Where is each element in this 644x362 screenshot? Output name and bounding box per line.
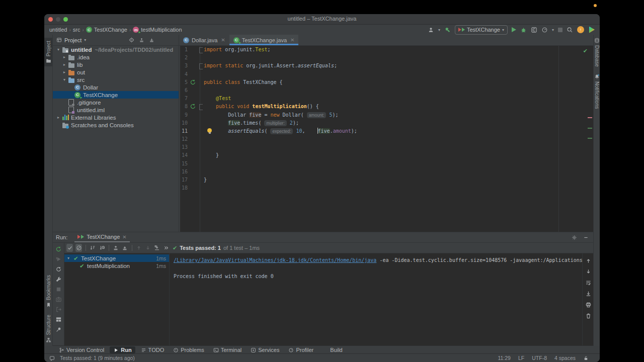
settings-gear-icon[interactable]	[572, 235, 577, 240]
sidebar-item-project[interactable]: Project	[44, 38, 52, 66]
code-line-8[interactable]: 8 public void testMultiplication() {	[180, 103, 594, 111]
project-tree-item-src[interactable]: ▾src	[53, 76, 179, 83]
scroll-down-icon[interactable]	[585, 268, 592, 275]
pin-icon[interactable]	[55, 326, 62, 333]
tool-window-button-terminal[interactable]: Terminal	[210, 346, 246, 353]
project-tree-item--idea[interactable]: ▸.idea	[53, 53, 179, 61]
sidebar-item-structure[interactable]: Structure	[46, 315, 51, 343]
lock-open-icon[interactable]	[583, 355, 589, 361]
hide-panel-icon[interactable]	[583, 235, 589, 240]
run-button[interactable]	[512, 27, 516, 32]
chevron-right-icon[interactable]: ▸	[62, 70, 67, 74]
clear-icon[interactable]	[585, 313, 592, 319]
print-icon[interactable]	[585, 302, 592, 308]
status-widget[interactable]: LF	[518, 355, 524, 361]
scroll-up-icon[interactable]	[585, 257, 592, 264]
tool-window-button-todo[interactable]: TODO	[137, 346, 168, 353]
rerun-icon[interactable]	[55, 246, 62, 252]
inspections-ok-icon[interactable]: ✔	[583, 48, 588, 54]
java-path-link[interactable]: /Library/Java/JavaVirtualMachines/jdk-18…	[174, 257, 376, 263]
project-tree-item--gitignore[interactable]: .gitignore	[53, 99, 179, 106]
soft-wrap-icon[interactable]	[585, 280, 592, 286]
run-configuration-select[interactable]: TestXChange ▾	[455, 25, 508, 35]
tool-window-button-build[interactable]: Build	[319, 346, 346, 353]
sidebar-item-bookmarks[interactable]: Bookmarks	[46, 275, 51, 308]
status-widget[interactable]: 4 spaces	[554, 355, 576, 361]
run-tab[interactable]: TestXChange ✕	[74, 232, 129, 242]
fold-marker-icon[interactable]	[199, 63, 203, 69]
code-line-3[interactable]: 3import static org.junit.Assert.assertEq…	[180, 62, 594, 70]
next-failed-button[interactable]	[145, 244, 151, 252]
tool-window-button-run[interactable]: Run	[110, 346, 135, 353]
project-panel-title[interactable]: Project	[64, 37, 82, 43]
sidebar-item-database[interactable]: Database	[594, 38, 600, 67]
status-widget[interactable]: 11:29	[498, 355, 511, 361]
code-line-2[interactable]: 2	[180, 54, 594, 62]
code-line-15[interactable]: 15	[180, 160, 594, 168]
account-icon[interactable]	[428, 27, 434, 33]
collapse-all-button[interactable]	[122, 244, 128, 252]
tool-window-button-profiler[interactable]: Profiler	[285, 346, 317, 353]
status-message-icon[interactable]	[49, 355, 55, 361]
status-message[interactable]: Tests passed: 1 (9 minutes ago)	[60, 355, 135, 361]
scroll-to-end-icon[interactable]	[585, 291, 592, 297]
stop-button[interactable]	[558, 28, 562, 32]
expand-all-icon[interactable]	[139, 37, 144, 43]
project-tree-item-external-libraries[interactable]: ▸External Libraries	[53, 114, 179, 121]
project-tree-item-lib[interactable]: ▸lib	[53, 61, 179, 68]
attach-icon[interactable]	[55, 306, 62, 313]
show-ignored-button[interactable]	[75, 244, 82, 252]
test-tree-item-testmultiplication[interactable]: ✔testMultiplication1ms	[64, 262, 169, 269]
rerun-failed-icon[interactable]	[55, 256, 62, 262]
code-line-4[interactable]: 4	[180, 70, 594, 78]
project-tree-item-out[interactable]: ▸out	[53, 68, 179, 76]
build-hammer-icon[interactable]	[444, 27, 451, 33]
previous-failed-button[interactable]	[136, 244, 142, 252]
sort-alphabetically-button[interactable]	[90, 244, 96, 252]
chevron-right-icon[interactable]: ▸	[62, 62, 67, 67]
run-test-gutter-icon[interactable]	[190, 79, 196, 85]
run-with-coverage-button[interactable]	[531, 27, 537, 33]
close-icon[interactable]: ✕	[122, 234, 126, 240]
test-settings-icon[interactable]	[55, 276, 62, 283]
more-button[interactable]	[163, 244, 170, 252]
code-line-17[interactable]: 17}	[180, 176, 594, 184]
project-tree-item-dollar[interactable]: CDollar	[53, 83, 179, 91]
sort-by-duration-button[interactable]	[99, 244, 105, 252]
thread-dump-icon[interactable]	[55, 296, 62, 303]
profiler-button[interactable]	[541, 27, 548, 33]
settings-icon[interactable]	[159, 37, 165, 43]
locate-icon[interactable]	[129, 37, 134, 43]
code-line-16[interactable]: 16	[180, 168, 594, 176]
code-line-7[interactable]: 7 @Test	[180, 95, 594, 103]
code-line-6[interactable]: 6	[180, 86, 594, 95]
code-line-18[interactable]: 18	[180, 184, 594, 192]
stop-icon[interactable]	[55, 286, 62, 293]
chevron-down-icon[interactable]: ▾	[62, 77, 67, 82]
test-tree-item-testxchange[interactable]: ▾✔TestXChange1ms	[64, 254, 169, 262]
close-tab-icon[interactable]: ✕	[221, 37, 225, 43]
toggle-auto-test-icon[interactable]	[55, 266, 62, 273]
editor-tab-testxchange-java[interactable]: CTestXChange.java✕	[229, 35, 299, 45]
code-line-14[interactable]: 14 }	[180, 151, 594, 159]
close-tab-icon[interactable]: ✕	[290, 37, 294, 43]
code-line-1[interactable]: 1import org.junit.Test;	[180, 46, 594, 54]
update-available-icon[interactable]: ↑	[577, 26, 584, 33]
debug-button[interactable]	[520, 27, 527, 33]
code-line-10[interactable]: 10 five.times( multiplier: 2);	[180, 119, 594, 127]
chevron-right-icon[interactable]: ▸	[62, 55, 67, 59]
chevron-right-icon[interactable]: ▸	[56, 115, 61, 120]
status-widget[interactable]: UTF-8	[532, 355, 547, 361]
editor-tab-dollar-java[interactable]: CDollar.java✕	[179, 35, 229, 45]
project-tree-item-testxchange[interactable]: CTestXChange	[53, 91, 179, 99]
sidebar-item-notifications[interactable]: Notifications	[594, 74, 600, 109]
project-tree-item-scratches-and-consoles[interactable]: Scratches and Consoles	[53, 121, 179, 129]
breadcrumb-item[interactable]: CTestXChange	[86, 27, 127, 33]
layout-icon[interactable]	[55, 316, 62, 323]
expand-all-button[interactable]	[113, 244, 119, 252]
search-everywhere-icon[interactable]	[567, 27, 573, 33]
ide-logo-icon[interactable]	[588, 27, 595, 33]
tool-window-button-version-control[interactable]: Version Control	[55, 346, 108, 353]
chevron-down-icon[interactable]: ▾	[56, 47, 61, 52]
code-line-9[interactable]: 9 Dollar five = new Dollar( amount: 5);	[180, 111, 594, 119]
